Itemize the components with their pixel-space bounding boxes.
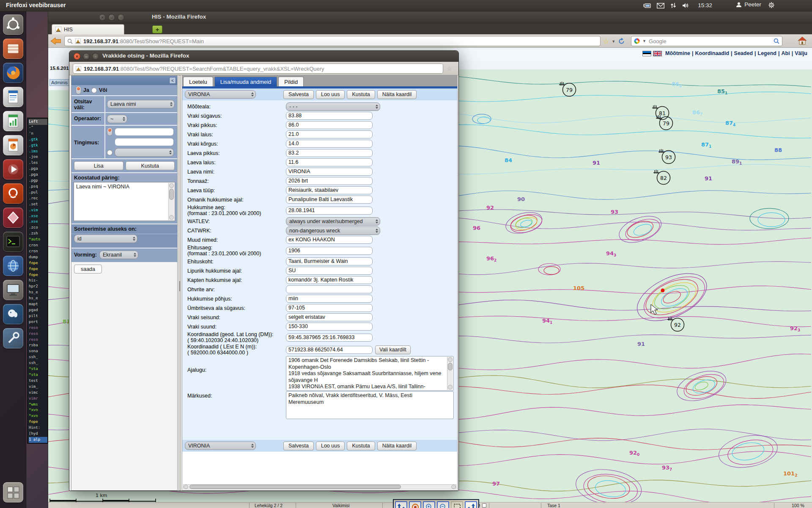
launcher-item-files[interactable] — [3, 39, 23, 59]
tab-pildid[interactable]: Pildid — [278, 77, 304, 86]
save-button[interactable]: Salvesta — [283, 90, 314, 99]
search-go-icon[interactable] — [774, 38, 779, 44]
scroll-left-arrow[interactable] — [184, 485, 188, 489]
map-tool-select-area-icon[interactable] — [451, 501, 463, 508]
field-input-10[interactable]: Punalipuline Balti Laevastik — [286, 196, 373, 204]
field-input-11[interactable]: 28.08.1941 — [286, 207, 373, 215]
new-tab-button[interactable]: + — [152, 25, 162, 33]
search-field-select[interactable]: Laeva nimi — [107, 100, 175, 108]
create-new-button[interactable]: Loo uus — [316, 90, 345, 99]
field-select-0[interactable]: - - - — [286, 102, 380, 111]
close-icon[interactable]: × — [74, 53, 80, 60]
remote-desktop-icon[interactable] — [643, 3, 651, 9]
scroll-right-arrow[interactable] — [451, 485, 456, 489]
map-menu-item-2[interactable]: Koordinaadid — [694, 50, 731, 56]
firefox-titlebar[interactable]: × – ▫ HIS - Mozilla Firefox — [48, 11, 812, 23]
horizontal-scrollbar[interactable] — [183, 484, 456, 489]
minimize-icon[interactable]: – — [108, 14, 115, 21]
field-input-1[interactable]: 83.88 — [286, 112, 373, 120]
field-input-2[interactable]: 86.0 — [286, 121, 373, 129]
add-condition-button[interactable]: Lisa — [74, 161, 123, 170]
bookmark-star-icon[interactable]: ☆ — [603, 37, 609, 45]
launcher-item-network[interactable] — [3, 256, 23, 276]
map-tool-redo-icon[interactable] — [465, 501, 477, 508]
selected-wreck-dot[interactable] — [661, 289, 665, 293]
bookmark-star-icon[interactable]: ☆ — [447, 65, 452, 72]
condition-select[interactable] — [115, 148, 174, 157]
map-menu-item-6[interactable]: Välju — [793, 50, 809, 56]
url-bar[interactable]: 192.168.37.91:8080/Test/Show?REQUEST=Mai… — [64, 36, 601, 46]
save-button[interactable]: Salvesta — [283, 442, 314, 450]
terminal-window[interactable]: Left-"'n.gtk.gtk.ims.joe.les.pga.pga.pgp… — [27, 118, 48, 444]
home-icon[interactable] — [798, 36, 807, 45]
field-input-9[interactable]: Reisiaurik, staabilaev — [286, 186, 373, 194]
reload-icon[interactable] — [618, 38, 625, 45]
field-textarea-26[interactable]: 1906 omanik Det Forenede Damskibs Selska… — [286, 356, 454, 391]
field-input-21[interactable]: 97-105 — [286, 304, 373, 312]
user-menu[interactable]: Peeter — [736, 1, 761, 8]
scrollbar[interactable] — [168, 183, 174, 220]
volume-icon[interactable] — [682, 3, 689, 8]
field-input-5[interactable]: 83.2 — [286, 149, 373, 157]
field-input-17[interactable]: SU — [286, 267, 373, 275]
condition-value-radio[interactable] — [107, 127, 112, 136]
field-input-24[interactable]: 59:45.387965 25:16.769833 — [286, 334, 373, 342]
field-input-15[interactable]: 1906 — [286, 247, 373, 255]
delete-condition-button[interactable]: Kustuta — [126, 161, 175, 170]
scroll-thumb[interactable] — [189, 485, 401, 489]
launcher-item-display[interactable] — [3, 280, 23, 300]
maximize-icon[interactable]: ▫ — [118, 14, 124, 21]
close-icon[interactable]: × — [99, 14, 106, 21]
launcher-item-package-manager[interactable] — [3, 207, 23, 228]
field-select-12[interactable]: always under water/submerged — [286, 217, 380, 226]
chevron-down-icon[interactable]: ▼ — [612, 39, 615, 44]
field-input-16[interactable]: Taani, Burmeister & Wain — [286, 257, 373, 265]
condition-input-1[interactable] — [115, 128, 174, 136]
minimize-icon[interactable]: – — [83, 53, 90, 60]
format-select[interactable]: Ekraanil — [99, 251, 138, 259]
status-checkbox[interactable] — [482, 503, 486, 508]
map-menu-item-3[interactable]: Seaded — [732, 50, 754, 56]
uk-flag-icon[interactable] — [653, 51, 662, 56]
launcher-item-firefox[interactable] — [3, 63, 23, 83]
launcher-item-workspace-switcher[interactable] — [3, 482, 23, 502]
field-input-4[interactable]: 14.0 — [286, 140, 373, 148]
condition-input-2[interactable] — [115, 138, 174, 146]
panel-splitter[interactable] — [178, 75, 181, 491]
collapse-panel-button[interactable]: < — [169, 77, 176, 84]
send-button[interactable]: saada — [74, 265, 102, 273]
field-input-22[interactable]: selgelt eristatav — [286, 313, 373, 321]
launcher-item-software-center[interactable] — [3, 183, 23, 204]
launcher-item-calc[interactable] — [3, 111, 23, 131]
launcher-item-pgadmin[interactable] — [3, 304, 23, 324]
launcher-item-writer[interactable] — [3, 87, 23, 107]
launcher-item-tools[interactable] — [3, 328, 23, 348]
field-input-8[interactable]: 2026 brt — [286, 177, 373, 185]
field-input-20[interactable]: miin — [286, 295, 373, 303]
network-arrows-icon[interactable] — [670, 3, 676, 8]
show-on-map-button[interactable]: Näita kaardil — [377, 90, 417, 99]
field-input-25[interactable]: 571923.88 6625074.64 — [286, 346, 373, 354]
field-input-23[interactable]: 150-330 — [286, 323, 373, 331]
estonian-flag-icon[interactable] — [642, 51, 651, 56]
tab-loetelu[interactable]: Loetelu — [183, 77, 213, 86]
sort-select[interactable]: id — [74, 235, 137, 243]
scrollbar[interactable] — [447, 357, 453, 390]
dialog-url-bar[interactable]: 192.168.37.91:8080/Test/Show?REQUEST=Sea… — [73, 64, 443, 74]
field-input-7[interactable]: VIRONIA — [286, 168, 373, 176]
pick-from-map-button[interactable]: Vali kaardilt — [375, 345, 411, 354]
condition-field-radio[interactable] — [107, 150, 112, 155]
search-bar[interactable]: ▼ Google — [631, 36, 782, 46]
chevron-down-icon[interactable]: ▼ — [642, 39, 646, 43]
operator-select[interactable]: ~ — [107, 115, 127, 123]
tab-lisa-muuda[interactable]: Lisa/muuda andmeid — [214, 77, 277, 86]
launcher-item-media-player[interactable] — [3, 159, 23, 179]
show-on-map-button[interactable]: Näita kaardil — [377, 442, 417, 450]
dialog-titlebar[interactable]: × – ▫ Vrakkide otsing - Mozilla Firefox — [69, 51, 458, 62]
map-menu-item-1[interactable]: Mõõtmine — [664, 50, 692, 56]
launcher-item-impress[interactable] — [3, 135, 23, 155]
delete-button[interactable]: Kustuta — [347, 442, 375, 450]
map-tool-zoom-in-icon[interactable] — [423, 501, 435, 508]
field-input-19[interactable] — [286, 285, 373, 293]
field-textarea-27[interactable]: Paikneb nõlval, Vrakk identifitseeritud,… — [286, 391, 454, 419]
